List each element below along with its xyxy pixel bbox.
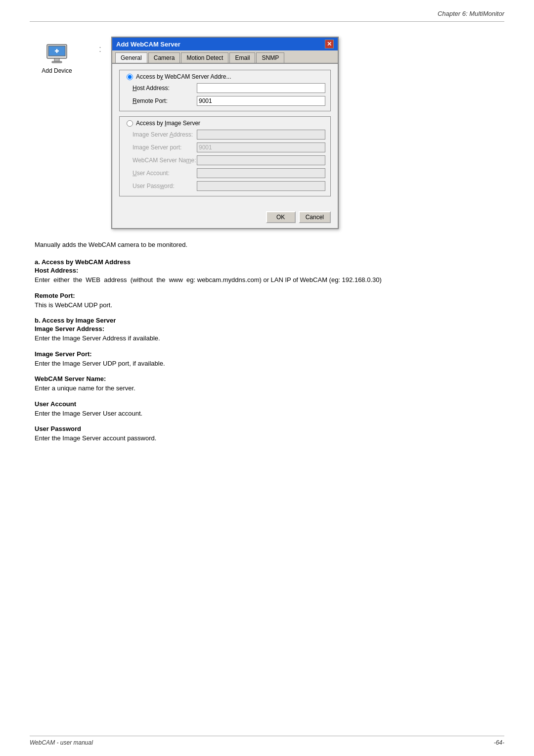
- image-server-port-label: Image Server port:: [133, 144, 197, 151]
- user-password-text: Enter the Image Server account password.: [35, 433, 499, 443]
- dialog-body: Access by WebCAM Server Addre... Host Ad…: [112, 64, 338, 207]
- intro-text: Manually adds the WebCAM camera to be mo…: [35, 241, 499, 248]
- host-address-heading: Host Address:: [35, 267, 499, 274]
- dialog-title: Add WebCAM Server: [116, 41, 180, 48]
- webcam-server-name-input[interactable]: [197, 155, 325, 165]
- footer-left: WebCAM - user manual: [30, 739, 93, 746]
- host-address-input[interactable]: [197, 83, 325, 93]
- chapter-title: Chapter 6: MultiMonitor: [438, 10, 504, 17]
- ok-button[interactable]: OK: [266, 211, 296, 223]
- image-server-address-input[interactable]: [197, 130, 325, 140]
- image-server-radio[interactable]: [127, 120, 133, 127]
- image-server-address-row: Image Server Address:: [125, 130, 325, 140]
- user-account-label: User Account:: [133, 170, 197, 177]
- user-password-label: User Password:: [133, 183, 197, 189]
- footer-right: -64-: [494, 739, 504, 746]
- webcam-server-legend: Access by WebCAM Server Addre...: [125, 73, 325, 80]
- remote-port-heading: Remote Port:: [35, 292, 499, 299]
- page-footer: WebCAM - user manual -64-: [30, 736, 504, 746]
- webcam-server-name-heading: WebCAM Server Name:: [35, 375, 499, 382]
- webcam-server-name-label: WebCAM Server Name:: [133, 157, 197, 164]
- add-device-icon: [45, 42, 69, 65]
- tab-snmp[interactable]: SNMP: [256, 52, 284, 63]
- dialog-window: Add WebCAM Server ✕ General Camera Motio…: [111, 37, 339, 229]
- dialog-tabs: General Camera Motion Detect Email SNMP: [112, 50, 338, 64]
- section-a-heading: a. Access by WebCAM Address: [35, 258, 499, 266]
- user-password-heading: User Password: [35, 425, 499, 432]
- webcam-server-radio[interactable]: [127, 74, 133, 80]
- tab-email[interactable]: Email: [229, 52, 255, 63]
- tab-motion-detect[interactable]: Motion Detect: [181, 52, 228, 63]
- image-server-port-text: Enter the Image Server UDP port, if avai…: [35, 359, 499, 369]
- webcam-server-name-row: WebCAM Server Name:: [125, 155, 325, 165]
- user-account-heading: User Account: [35, 400, 499, 408]
- remote-port-label: Remote Port:: [133, 97, 197, 104]
- svg-rect-2: [54, 58, 59, 61]
- remote-port-input[interactable]: [197, 96, 325, 106]
- webcam-server-fieldset: Access by WebCAM Server Addre... Host Ad…: [119, 70, 331, 111]
- page-container: Chapter 6: MultiMonitor Add Device :: [0, 0, 534, 756]
- image-server-port-input[interactable]: [197, 142, 325, 152]
- image-server-address-label: Image Server Address:: [133, 131, 197, 138]
- remote-port-text: This is WebCAM UDP port.: [35, 300, 499, 310]
- image-server-port-heading: Image Server Port:: [35, 350, 499, 358]
- tab-camera[interactable]: Camera: [148, 52, 180, 63]
- section-b-heading: b. Access by Image Server: [35, 317, 499, 324]
- image-server-address-text: Enter the Image Server Address if availa…: [35, 333, 499, 343]
- dialog-footer: OK Cancel: [112, 207, 338, 228]
- user-account-text: Enter the Image Server User account.: [35, 409, 499, 419]
- svg-rect-3: [52, 61, 62, 63]
- dialog-close-button[interactable]: ✕: [325, 40, 334, 48]
- host-address-label: Host Address:: [133, 85, 197, 92]
- chapter-header: Chapter 6: MultiMonitor: [30, 10, 504, 22]
- webcam-server-name-text: Enter a unique name for the server.: [35, 383, 499, 393]
- user-account-row: User Account:: [125, 168, 325, 178]
- dialog-titlebar: Add WebCAM Server ✕: [112, 38, 338, 50]
- image-server-address-heading: Image Server Address:: [35, 325, 499, 332]
- add-device-area: Add Device: [30, 37, 84, 74]
- content-body: Manually adds the WebCAM camera to be mo…: [30, 241, 504, 443]
- user-password-input[interactable]: [197, 181, 325, 191]
- cancel-button[interactable]: Cancel: [299, 211, 331, 223]
- user-password-row: User Password:: [125, 181, 325, 191]
- add-device-label: Add Device: [42, 67, 72, 74]
- image-server-fieldset: Access by Image Server Image Server Addr…: [119, 116, 331, 196]
- host-address-text: Enter either the WEB address (without th…: [35, 275, 499, 285]
- image-server-legend: Access by Image Server: [125, 120, 325, 127]
- host-address-row: Host Address:: [125, 83, 325, 93]
- user-account-input[interactable]: [197, 168, 325, 178]
- top-section: Add Device : Add WebCAM Server ✕ General…: [30, 37, 504, 229]
- image-server-port-row: Image Server port:: [125, 142, 325, 152]
- tab-general[interactable]: General: [115, 52, 147, 63]
- image-server-legend-text: Access by Image Server: [136, 120, 200, 127]
- remote-port-row: Remote Port:: [125, 96, 325, 106]
- webcam-server-legend-text: Access by WebCAM Server Addre...: [136, 73, 231, 80]
- dots-separator: :: [99, 44, 101, 54]
